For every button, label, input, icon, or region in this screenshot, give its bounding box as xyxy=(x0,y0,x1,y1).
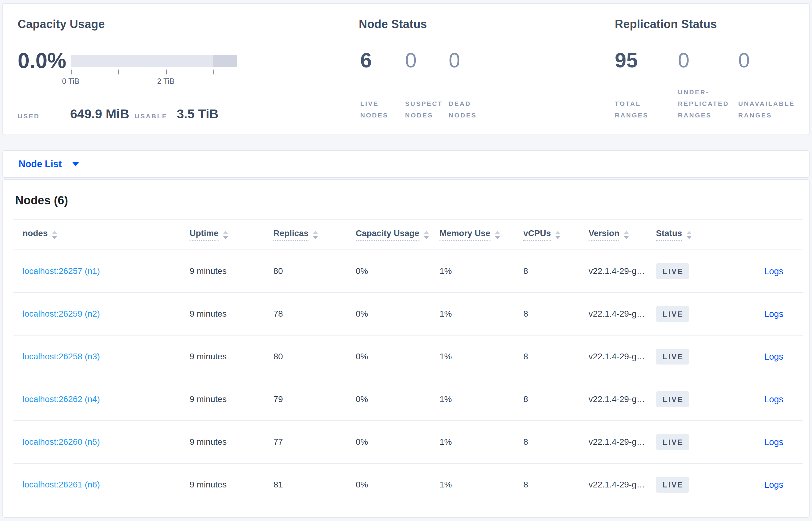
column-header-uptime[interactable]: Uptime xyxy=(190,228,218,241)
column-header-nodes[interactable]: nodes xyxy=(23,228,48,241)
capacity-usage-cell: 0% xyxy=(356,378,439,421)
version-cell: v22.1.4-29-g… xyxy=(589,293,656,335)
nodes-table: nodes Uptime Replicas Capacity Usage Mem… xyxy=(14,219,803,506)
uptime-cell: 9 minutes xyxy=(190,378,273,421)
status-badge: LIVE xyxy=(656,477,689,493)
capacity-usage-cell: 0% xyxy=(356,335,439,378)
table-row: localhost:26260 (n5) 9 minutes 77 0% 1% … xyxy=(14,421,803,463)
unavailable-ranges-value: 0 xyxy=(738,49,750,71)
version-cell: v22.1.4-29-g… xyxy=(589,421,656,463)
table-row: localhost:26262 (n4) 9 minutes 79 0% 1% … xyxy=(14,378,803,421)
memory-use-cell: 1% xyxy=(439,378,523,421)
status-badge: LIVE xyxy=(656,391,689,407)
replicas-cell: 79 xyxy=(273,378,356,421)
node-link[interactable]: localhost:26260 (n5) xyxy=(23,437,100,447)
node-link[interactable]: localhost:26261 (n6) xyxy=(23,480,100,489)
sort-icon[interactable] xyxy=(424,231,429,239)
status-badge: LIVE xyxy=(656,306,689,322)
version-cell: v22.1.4-29-g… xyxy=(589,378,656,421)
sort-icon[interactable] xyxy=(52,231,57,239)
sort-icon[interactable] xyxy=(624,231,629,239)
table-row: localhost:26258 (n3) 9 minutes 80 0% 1% … xyxy=(14,335,803,378)
sort-icon[interactable] xyxy=(313,231,318,239)
live-nodes-value: 6 xyxy=(360,49,372,71)
sort-icon[interactable] xyxy=(223,231,228,239)
node-link[interactable]: localhost:26262 (n4) xyxy=(23,394,100,404)
under-replicated-ranges-label: UNDER-REPLICATEDRANGES xyxy=(678,86,729,121)
sort-icon[interactable] xyxy=(495,231,500,239)
nodes-table-card: Nodes (6) nodes Uptime Replicas Capacity… xyxy=(2,179,810,518)
vcpus-cell: 8 xyxy=(523,293,589,335)
replicas-cell: 80 xyxy=(273,250,356,293)
node-link[interactable]: localhost:26258 (n3) xyxy=(23,352,100,361)
sort-icon[interactable] xyxy=(687,231,692,239)
node-list-dropdown[interactable]: Node List xyxy=(19,151,79,177)
uptime-cell: 9 minutes xyxy=(190,293,273,335)
table-row: localhost:26257 (n1) 9 minutes 80 0% 1% … xyxy=(14,250,803,293)
uptime-cell: 9 minutes xyxy=(190,463,273,506)
unavailable-ranges-metric: 0 UNAVAILABLERANGES xyxy=(738,4,808,135)
version-cell: v22.1.4-29-g… xyxy=(589,335,656,378)
logs-link[interactable]: Logs xyxy=(764,437,783,447)
suspect-nodes-label: SUSPECTNODES xyxy=(405,98,443,121)
suspect-nodes-value: 0 xyxy=(405,49,417,71)
table-header-row: nodes Uptime Replicas Capacity Usage Mem… xyxy=(14,219,803,250)
version-cell: v22.1.4-29-g… xyxy=(589,250,656,293)
logs-link[interactable]: Logs xyxy=(764,394,783,404)
capacity-axis-label: 2 TiB xyxy=(147,77,184,86)
column-header-status[interactable]: Status xyxy=(656,228,682,241)
memory-use-cell: 1% xyxy=(439,335,523,378)
uptime-cell: 9 minutes xyxy=(190,421,273,463)
status-badge: LIVE xyxy=(656,434,689,450)
column-header-capacity-usage[interactable]: Capacity Usage xyxy=(356,228,420,241)
memory-use-cell: 1% xyxy=(439,463,523,506)
replicas-cell: 81 xyxy=(273,463,356,506)
logs-link[interactable]: Logs xyxy=(764,480,783,490)
column-header-version[interactable]: Version xyxy=(589,228,619,241)
capacity-axis-tick xyxy=(118,70,119,74)
memory-use-cell: 1% xyxy=(439,250,523,293)
memory-use-cell: 1% xyxy=(439,293,523,335)
suspect-nodes-metric: 0 SUSPECTNODES xyxy=(405,4,449,135)
logs-link[interactable]: Logs xyxy=(764,266,783,276)
logs-link[interactable]: Logs xyxy=(764,309,783,319)
uptime-cell: 9 minutes xyxy=(190,335,273,378)
total-ranges-label: TOTALRANGES xyxy=(615,98,649,121)
total-ranges-metric: 95 TOTALRANGES xyxy=(615,4,676,135)
under-replicated-ranges-metric: 0 UNDER-REPLICATEDRANGES xyxy=(678,4,738,135)
cluster-summary-card: Capacity Usage 0.0% 0 TiB 2 TiB USED 649… xyxy=(2,3,810,135)
dead-nodes-value: 0 xyxy=(449,49,460,71)
logs-link[interactable]: Logs xyxy=(764,352,783,361)
live-nodes-label: LIVENODES xyxy=(360,98,388,121)
capacity-usage-cell: 0% xyxy=(356,421,439,463)
vcpus-cell: 8 xyxy=(523,250,589,293)
uptime-cell: 9 minutes xyxy=(190,250,273,293)
replicas-cell: 80 xyxy=(273,335,356,378)
column-header-replicas[interactable]: Replicas xyxy=(273,228,308,241)
status-badge: LIVE xyxy=(656,263,689,279)
table-row: localhost:26261 (n6) 9 minutes 81 0% 1% … xyxy=(14,463,803,506)
replicas-cell: 78 xyxy=(273,293,356,335)
vcpus-cell: 8 xyxy=(523,335,589,378)
node-list-dropdown-label: Node List xyxy=(19,159,62,169)
capacity-axis-tick xyxy=(71,70,72,74)
node-link[interactable]: localhost:26259 (n2) xyxy=(23,309,100,318)
capacity-usage-percent: 0.0% xyxy=(18,49,67,72)
vcpus-cell: 8 xyxy=(523,463,589,506)
capacity-usage-bar xyxy=(71,55,237,67)
used-value: 649.9 MiB xyxy=(70,107,135,121)
view-selector-bar: Node List xyxy=(2,150,810,178)
live-nodes-metric: 6 LIVENODES xyxy=(360,4,405,135)
capacity-usage-cell: 0% xyxy=(356,250,439,293)
column-header-vcpus[interactable]: vCPUs xyxy=(523,228,551,241)
capacity-usage-cell: 0% xyxy=(356,293,439,335)
nodes-table-title: Nodes (6) xyxy=(3,180,809,219)
node-link[interactable]: localhost:26257 (n1) xyxy=(23,266,100,276)
usable-label: USABLE xyxy=(135,113,177,120)
capacity-usage-cell: 0% xyxy=(356,463,439,506)
capacity-axis-tick xyxy=(166,70,167,74)
dead-nodes-label: DEADNODES xyxy=(449,98,477,121)
usable-value: 3.5 TiB xyxy=(177,107,218,121)
sort-icon[interactable] xyxy=(555,231,560,239)
column-header-memory-use[interactable]: Memory Use xyxy=(439,228,491,241)
